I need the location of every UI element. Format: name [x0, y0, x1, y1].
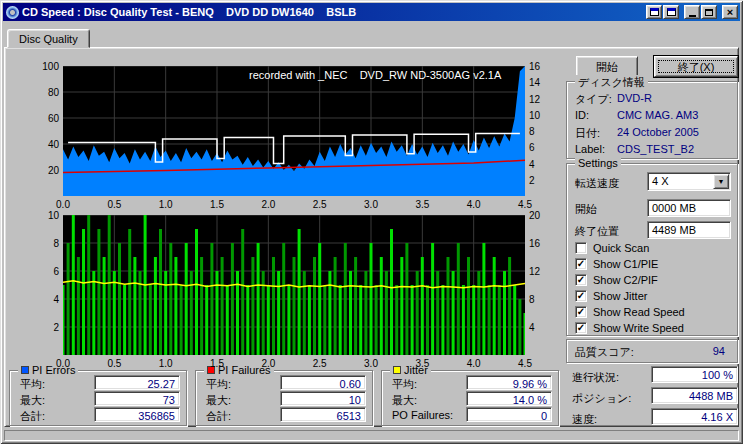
axis-tick-label: 12	[529, 266, 553, 277]
axis-tick-label: 60	[31, 113, 59, 124]
jitter-avg-value: 9.96 %	[466, 375, 552, 390]
axis-tick-label: 40	[31, 139, 59, 150]
mini-window-icon	[650, 8, 659, 16]
start-position-field[interactable]: 0000 MB	[647, 199, 731, 217]
start-button[interactable]: 開始	[576, 56, 638, 77]
axis-tick-label: 3.0	[359, 199, 383, 210]
disc-date-value: 24 October 2005	[617, 126, 699, 138]
settings-title: Settings	[575, 157, 621, 169]
axis-tick-label: 6	[31, 266, 59, 277]
start-position-label: 開始	[575, 202, 597, 217]
quality-score-label: 品質スコア:	[575, 345, 634, 360]
axis-tick-label: 3.5	[410, 358, 434, 369]
axis-tick-label: 1.0	[154, 358, 178, 369]
disc-label-label: Label:	[575, 143, 605, 155]
axis-tick-label: 0.0	[51, 358, 75, 369]
show-read-speed-checkbox[interactable]: ✓	[575, 306, 587, 318]
show-write-speed-checkbox[interactable]: ✓	[575, 322, 587, 334]
quick-scan-checkbox[interactable]	[575, 242, 587, 254]
axis-tick-label: 2.5	[308, 199, 332, 210]
axis-tick-label: 1.5	[205, 199, 229, 210]
speed-value: 4 X	[652, 175, 669, 187]
progress-label: 進行状況:	[572, 370, 619, 385]
minimize-icon	[689, 15, 696, 17]
exit-button[interactable]: 終了(X)	[654, 56, 738, 77]
jitter-max-label: 最大:	[392, 393, 417, 408]
axis-tick-label: 0.0	[51, 199, 75, 210]
show-c1-pie-label: Show C1/PIE	[593, 258, 658, 270]
axis-tick-label: 4	[529, 322, 553, 333]
axis-tick-label: 3.0	[359, 358, 383, 369]
axis-tick-label: 100	[31, 61, 59, 72]
jitter-stats-group: Jitter 平均: 9.96 % 最大: 14.0 % PO Failures…	[381, 370, 559, 426]
axis-tick-label: 1.5	[205, 358, 229, 369]
mini-window-button-1[interactable]	[646, 5, 662, 19]
close-icon: ×	[727, 7, 733, 17]
quality-score-value: 94	[713, 345, 725, 357]
maximize-button[interactable]	[701, 5, 717, 19]
disc-type-value: DVD-R	[617, 92, 652, 104]
speed-label: 転送速度	[575, 176, 619, 191]
axis-tick-label: 4.0	[462, 358, 486, 369]
axis-tick-label: 2	[529, 175, 553, 186]
position-field: 4488 MB	[651, 387, 738, 404]
pi-errors-total-value: 356865	[94, 407, 180, 422]
axis-tick-label: 2.0	[256, 199, 280, 210]
show-read-speed-label: Show Read Speed	[593, 306, 685, 318]
axis-tick-label: 0.5	[102, 199, 126, 210]
axis-tick-label: 8	[529, 294, 553, 305]
pi-errors-legend-icon	[21, 366, 29, 374]
pi-failures-avg-label: 平均:	[206, 377, 231, 392]
axis-tick-label: 2.5	[308, 358, 332, 369]
axis-tick-label: 2.0	[256, 358, 280, 369]
close-button[interactable]: ×	[722, 5, 738, 19]
po-failures-label: PO Failures:	[392, 409, 453, 421]
speed-select[interactable]: 4 X ▼	[647, 172, 731, 191]
minimize-button[interactable]	[684, 5, 700, 19]
chevron-down-icon[interactable]: ▼	[713, 174, 729, 189]
tab-strip: Disc Quality	[7, 29, 90, 48]
show-c2-pif-checkbox[interactable]: ✓	[575, 274, 587, 286]
disc-id-value: CMC MAG. AM3	[617, 109, 698, 121]
cd-disc-icon	[6, 6, 19, 19]
axis-tick-label: 3.5	[410, 199, 434, 210]
jitter-avg-label: 平均:	[392, 377, 417, 392]
axis-tick-label: 4	[529, 159, 553, 170]
speed-readout-label: 速度:	[572, 412, 597, 427]
axis-tick-label: 16	[529, 238, 553, 249]
title-bar[interactable]: CD Speed : Disc Quality Test - BENQ DVD …	[3, 3, 740, 21]
show-write-speed-label: Show Write Speed	[593, 322, 684, 334]
axis-tick-label: 10	[31, 210, 59, 221]
speed-readout-field: 4.16 X	[651, 408, 738, 425]
quick-scan-label: Quick Scan	[593, 242, 649, 254]
axis-tick-label: 1.0	[154, 199, 178, 210]
axis-tick-label: 80	[31, 87, 59, 98]
pi-failures-max-value: 10	[280, 391, 366, 406]
end-position-label: 終了位置	[575, 224, 619, 239]
status-bar	[4, 430, 739, 441]
axis-tick-label: 6	[529, 142, 553, 153]
disc-id-label: ID:	[575, 109, 589, 121]
pi-errors-total-label: 合計:	[20, 409, 45, 424]
tab-disc-quality[interactable]: Disc Quality	[7, 29, 90, 48]
pi-errors-stats-group: PI Errors 平均: 25.27 最大: 73 合計: 356865	[9, 370, 187, 426]
show-c1-pie-checkbox[interactable]: ✓	[575, 258, 587, 270]
axis-tick-label: 20	[529, 210, 553, 221]
axis-tick-label: 4.5	[513, 358, 537, 369]
disc-info-title: ディスク情報	[575, 75, 648, 90]
mini-window-icon	[667, 8, 676, 16]
end-position-field[interactable]: 4489 MB	[647, 221, 731, 239]
disc-quality-panel: recorded with _NEC DVD_RW ND-3500AG v2.1…	[4, 47, 739, 427]
axis-tick-label: 10	[529, 110, 553, 121]
axis-tick-label: 4.5	[513, 199, 537, 210]
app-window: CD Speed : Disc Quality Test - BENQ DVD …	[0, 0, 743, 444]
show-c2-pif-label: Show C2/PIF	[593, 274, 658, 286]
pi-failures-jitter-chart	[63, 215, 525, 355]
jitter-max-value: 14.0 %	[466, 391, 552, 406]
mini-window-button-2[interactable]	[663, 5, 679, 19]
window-title: CD Speed : Disc Quality Test - BENQ DVD …	[22, 6, 645, 18]
disc-date-label: 日付:	[575, 126, 600, 141]
show-jitter-label: Show Jitter	[593, 290, 647, 302]
axis-tick-label: 12	[529, 94, 553, 105]
show-jitter-checkbox[interactable]: ✓	[575, 290, 587, 302]
